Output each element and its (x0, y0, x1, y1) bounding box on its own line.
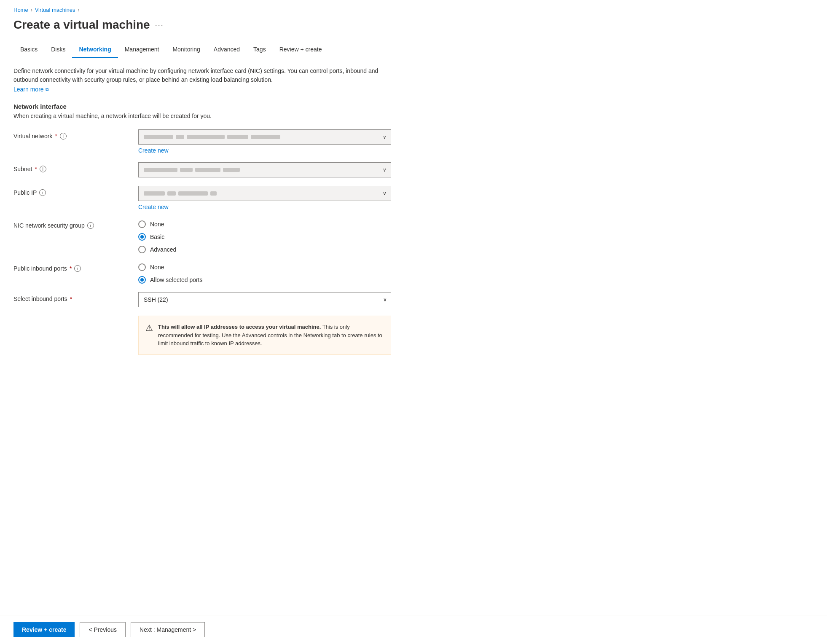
tab-networking[interactable]: Networking (72, 42, 118, 58)
subnet-row: Subnet * i ∨ (13, 162, 492, 177)
inbound-none-radio[interactable] (138, 263, 146, 271)
inbound-none-label: None (150, 264, 164, 271)
nic-nsg-advanced-option[interactable]: Advanced (138, 246, 391, 253)
warning-text: This will allow all IP addresses to acce… (158, 323, 384, 348)
public-ip-label: Public IP i (13, 186, 132, 196)
external-link-icon: ⧉ (46, 87, 49, 92)
nic-nsg-info-icon[interactable]: i (87, 222, 94, 229)
dropdown-arrow-icon: ∨ (383, 167, 387, 173)
select-inbound-ports-dropdown-container: SSH (22) ∨ (138, 292, 391, 307)
virtual-network-dropdown[interactable]: ∨ (138, 129, 391, 145)
public-inbound-ports-radio-group: None Allow selected ports (138, 262, 391, 284)
tab-advanced[interactable]: Advanced (207, 42, 247, 58)
select-inbound-ports-label: Select inbound ports * (13, 292, 132, 302)
page-options-button[interactable]: ··· (155, 21, 164, 30)
tab-tags[interactable]: Tags (247, 42, 273, 58)
public-inbound-ports-control: None Allow selected ports (138, 262, 391, 284)
tab-disks[interactable]: Disks (44, 42, 72, 58)
network-interface-section: Network interface When creating a virtua… (13, 103, 492, 307)
public-ip-dropdown-container: ∨ (138, 186, 391, 201)
nic-nsg-basic-label: Basic (150, 233, 164, 240)
inbound-allow-radio[interactable] (138, 276, 146, 284)
subnet-value (144, 168, 240, 172)
required-indicator: * (70, 295, 72, 302)
nic-nsg-none-label: None (150, 221, 164, 228)
radio-dot (140, 278, 144, 282)
public-ip-info-icon[interactable]: i (39, 189, 46, 196)
nic-nsg-advanced-radio[interactable] (138, 246, 146, 253)
tab-basics[interactable]: Basics (13, 42, 44, 58)
breadcrumb: Home › Virtual machines › (13, 7, 492, 13)
tab-review-create[interactable]: Review + create (273, 42, 329, 58)
virtual-network-control: ∨ Create new (138, 129, 391, 154)
learn-more-label: Learn more (13, 86, 44, 93)
virtual-network-dropdown-container: ∨ (138, 129, 391, 145)
tab-management[interactable]: Management (118, 42, 166, 58)
required-indicator: * (35, 166, 37, 172)
tab-monitoring[interactable]: Monitoring (166, 42, 207, 58)
select-inbound-ports-row: Select inbound ports * SSH (22) ∨ (13, 292, 492, 307)
nic-nsg-basic-option[interactable]: Basic (138, 233, 391, 241)
radio-dot (140, 235, 144, 239)
virtual-network-info-icon[interactable]: i (60, 133, 67, 140)
section-title: Network interface (13, 103, 492, 110)
nic-nsg-basic-radio[interactable] (138, 233, 146, 241)
subnet-control: ∨ (138, 162, 391, 177)
inbound-allow-option[interactable]: Allow selected ports (138, 276, 391, 284)
public-inbound-ports-info-icon[interactable]: i (74, 265, 81, 272)
nic-nsg-none-radio[interactable] (138, 220, 146, 228)
public-inbound-ports-row: Public inbound ports * i None Allow sele… (13, 262, 492, 284)
subnet-label: Subnet * i (13, 162, 132, 172)
public-ip-control: ∨ Create new (138, 186, 391, 210)
inbound-allow-label: Allow selected ports (150, 276, 203, 283)
review-create-button[interactable]: Review + create (13, 622, 75, 637)
public-ip-row: Public IP i ∨ Create new (13, 186, 492, 210)
breadcrumb-home[interactable]: Home (13, 7, 28, 13)
required-indicator: * (70, 265, 72, 272)
nic-nsg-control: None Basic Advanced (138, 219, 391, 253)
subnet-info-icon[interactable]: i (40, 166, 46, 172)
breadcrumb-virtual-machines[interactable]: Virtual machines (35, 7, 75, 13)
subnet-dropdown[interactable]: ∨ (138, 162, 391, 177)
virtual-network-row: Virtual network * i ∨ (13, 129, 492, 154)
page-title: Create a virtual machine (13, 18, 150, 32)
nic-nsg-row: NIC network security group i None Basic (13, 219, 492, 253)
dropdown-arrow-icon: ∨ (383, 191, 387, 196)
inbound-none-option[interactable]: None (138, 263, 391, 271)
tab-bar: Basics Disks Networking Management Monit… (13, 42, 492, 58)
virtual-network-value (144, 135, 280, 139)
nic-nsg-none-option[interactable]: None (138, 220, 391, 228)
virtual-network-label: Virtual network * i (13, 129, 132, 140)
page-description: Define network connectivity for your vir… (13, 67, 393, 84)
select-inbound-ports-control: SSH (22) ∨ (138, 292, 391, 307)
breadcrumb-sep-1: › (31, 7, 32, 13)
nic-nsg-radio-group: None Basic Advanced (138, 219, 391, 253)
select-inbound-ports-dropdown[interactable]: SSH (22) (138, 292, 391, 307)
warning-box: ⚠ This will allow all IP addresses to ac… (138, 316, 391, 355)
next-button[interactable]: Next : Management > (131, 622, 205, 637)
required-indicator: * (55, 133, 57, 140)
nic-nsg-label: NIC network security group i (13, 219, 132, 229)
page-title-row: Create a virtual machine ··· (13, 18, 492, 32)
bottom-bar: Review + create < Previous Next : Manage… (0, 615, 827, 644)
nic-nsg-advanced-label: Advanced (150, 246, 176, 253)
public-ip-value (144, 191, 217, 196)
public-ip-dropdown[interactable]: ∨ (138, 186, 391, 201)
warning-bold-text: This will allow all IP addresses to acce… (158, 324, 321, 330)
subnet-dropdown-container: ∨ (138, 162, 391, 177)
warning-icon: ⚠ (145, 323, 153, 333)
public-inbound-ports-label: Public inbound ports * i (13, 262, 132, 272)
virtual-network-create-new-link[interactable]: Create new (138, 147, 169, 154)
public-ip-create-new-link[interactable]: Create new (138, 204, 169, 210)
section-subtitle: When creating a virtual machine, a netwo… (13, 113, 492, 119)
breadcrumb-sep-2: › (78, 7, 80, 13)
learn-more-link[interactable]: Learn more ⧉ (13, 86, 49, 93)
dropdown-arrow-icon: ∨ (383, 134, 387, 140)
previous-button[interactable]: < Previous (80, 622, 126, 637)
